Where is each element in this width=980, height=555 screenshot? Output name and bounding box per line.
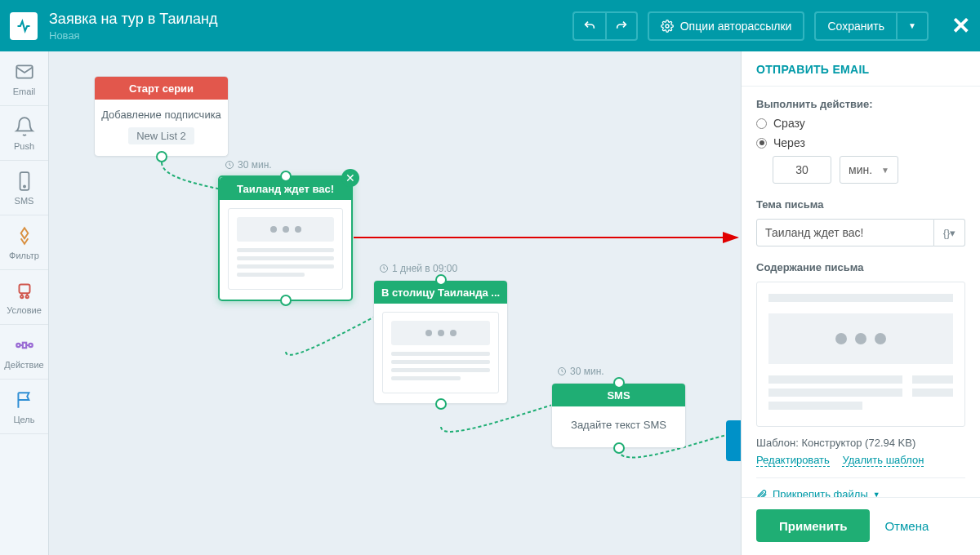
sidebar-item-sms[interactable]: SMS — [0, 161, 48, 215]
svg-point-6 — [25, 295, 28, 297]
svg-rect-9 — [22, 342, 25, 348]
redo-button[interactable] — [605, 11, 638, 41]
subject-label: Тема письма — [756, 198, 965, 211]
options-label: Опции авторассылки — [680, 20, 792, 33]
sidebar-item-filter[interactable]: Фильтр — [0, 215, 48, 270]
svg-point-0 — [666, 24, 669, 28]
mail-icon — [14, 61, 35, 82]
port-out[interactable] — [156, 151, 167, 162]
arrow-annotation — [354, 229, 741, 246]
node-text: Добавление подписчика — [101, 108, 221, 122]
clock-icon — [225, 160, 234, 170]
close-button[interactable]: ✕ — [951, 12, 970, 39]
filter-icon — [14, 225, 35, 246]
subject-input[interactable] — [756, 219, 934, 246]
redo-icon — [615, 20, 628, 33]
options-button[interactable]: Опции авторассылки — [648, 11, 805, 41]
svg-rect-4 — [19, 284, 29, 293]
condition-icon — [14, 280, 35, 301]
template-info: Шаблон: Конструктор (72.94 KB) — [756, 437, 965, 449]
tool-sidebar: Email Push SMS Фильтр Условие Действие Ц… — [0, 51, 49, 555]
sidebar-item-action[interactable]: Действие — [0, 325, 48, 380]
flow-canvas[interactable]: Старт серии Добавление подписчика New Li… — [49, 51, 741, 555]
cancel-button[interactable]: Отмена — [884, 519, 929, 533]
chevron-down-icon: ▼ — [881, 166, 889, 175]
delete-node-button[interactable]: ✕ — [341, 169, 359, 187]
save-button[interactable]: Сохранить — [814, 11, 896, 41]
node-text: Задайте текст SMS — [560, 418, 677, 433]
port-in[interactable] — [613, 377, 625, 388]
svg-point-7 — [16, 343, 20, 346]
insert-variable-button[interactable]: {}▾ — [934, 219, 965, 246]
app-header: Заявка на тур в Таиланд Новая Опции авто… — [0, 0, 980, 51]
chevron-down-icon: ▼ — [873, 491, 880, 498]
partial-node[interactable] — [726, 420, 741, 461]
delay-unit-select[interactable]: мин.▼ — [840, 156, 898, 184]
port-in[interactable] — [435, 274, 447, 286]
delay-value-input[interactable] — [773, 156, 831, 184]
action-icon — [14, 335, 35, 356]
app-logo — [10, 12, 38, 40]
header-titles: Заявка на тур в Таиланд Новая — [49, 11, 572, 42]
bell-icon — [14, 116, 35, 137]
action-label: Выполнить действие: — [756, 98, 965, 110]
node-sms[interactable]: 30 мин. SMS Задайте текст SMS — [551, 383, 686, 448]
apply-button[interactable]: Применить — [756, 509, 870, 542]
port-in[interactable] — [280, 171, 292, 182]
svg-point-5 — [20, 295, 23, 297]
page-subtitle: Новая — [49, 29, 572, 42]
svg-point-3 — [23, 185, 24, 187]
radio-icon — [756, 138, 767, 149]
clock-icon — [557, 366, 567, 376]
content-label: Содержание письма — [756, 261, 965, 273]
chevron-down-icon: ▼ — [908, 21, 916, 30]
svg-rect-1 — [16, 65, 33, 78]
delete-template-link[interactable]: Удалить шаблон — [842, 454, 924, 467]
node-list-pill: New List 2 — [128, 127, 194, 144]
phone-icon — [14, 171, 35, 192]
radio-icon — [756, 118, 767, 129]
sidebar-item-email[interactable]: Email — [0, 51, 48, 106]
node-email-1[interactable]: 30 мин. ✕ Таиланд ждет вас! — [218, 175, 353, 301]
port-out[interactable] — [613, 442, 625, 454]
edit-template-link[interactable]: Редактировать — [756, 454, 830, 467]
node-email-2[interactable]: 1 дней в 09:00 В столицу Таиланда ... — [373, 280, 508, 404]
properties-panel: ОТПРАВИТЬ EMAIL Выполнить действие: Сраз… — [741, 51, 980, 555]
radio-after[interactable]: Через — [756, 136, 965, 149]
page-title: Заявка на тур в Таиланд — [49, 11, 572, 28]
clock-icon — [379, 264, 389, 273]
port-out[interactable] — [435, 398, 447, 410]
attach-files-button[interactable]: Прикрепить файлы ▼ — [756, 477, 965, 497]
flag-icon — [14, 389, 35, 411]
sidebar-item-goal[interactable]: Цель — [0, 380, 48, 434]
undo-icon — [583, 20, 596, 33]
node-start[interactable]: Старт серии Добавление подписчика New Li… — [94, 76, 229, 157]
gear-icon — [661, 20, 674, 33]
email-preview[interactable] — [756, 282, 965, 427]
undo-button[interactable] — [572, 11, 605, 41]
panel-title: ОТПРАВИТЬ EMAIL — [742, 51, 980, 87]
save-dropdown-button[interactable]: ▼ — [896, 11, 929, 41]
port-out[interactable] — [280, 295, 292, 306]
sidebar-item-condition[interactable]: Условие — [0, 270, 48, 325]
sidebar-item-push[interactable]: Push — [0, 106, 48, 161]
delay-tag: 30 мин. — [225, 159, 272, 171]
svg-point-8 — [29, 343, 32, 346]
delay-tag: 1 дней в 09:00 — [379, 263, 457, 274]
node-header: Старт серии — [95, 77, 228, 100]
radio-now[interactable]: Сразу — [756, 117, 965, 130]
paperclip-icon — [756, 489, 768, 498]
delay-tag: 30 мин. — [557, 366, 604, 377]
